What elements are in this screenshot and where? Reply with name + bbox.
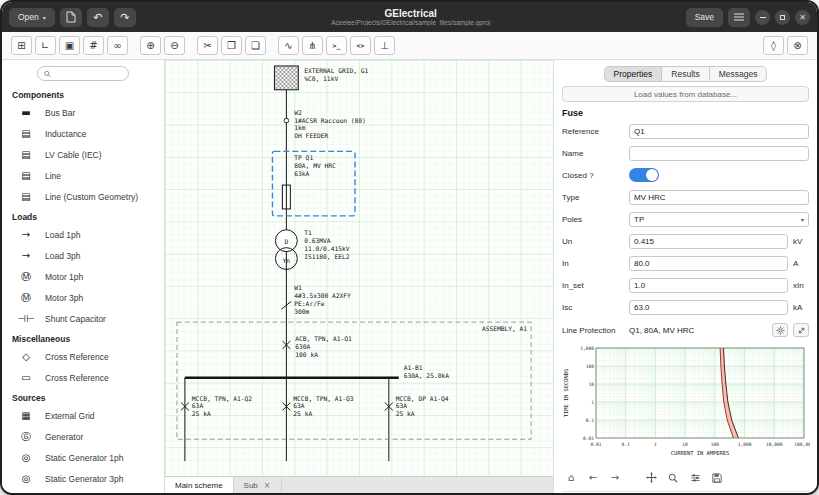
schematic-canvas[interactable]: ASSEMBLY, A1 EXTERNAL GRID, G1 %C0, 11kV… xyxy=(165,60,553,476)
svg-text:0.01: 0.01 xyxy=(590,442,601,447)
insert-reference-icon: # xyxy=(89,40,97,51)
schematic-viewport[interactable]: ASSEMBLY, A1 EXTERNAL GRID, G1 %C0, 11kV… xyxy=(165,60,553,476)
svg-text:1,000: 1,000 xyxy=(738,442,752,447)
un-input[interactable] xyxy=(629,234,788,249)
zoom-out-button[interactable]: ⊖ xyxy=(164,36,185,55)
search-icon xyxy=(44,70,51,78)
new-file-button[interactable] xyxy=(60,8,82,27)
assembly-label: ASSEMBLY, A1 xyxy=(482,325,527,332)
component-search-input[interactable] xyxy=(55,69,122,78)
chart-forward-button[interactable]: → xyxy=(608,471,622,484)
maximize-icon xyxy=(780,15,785,20)
field-label-poles: Poles xyxy=(562,215,624,224)
sidebar-item-inductance[interactable]: ▤Inductance xyxy=(2,123,164,144)
run-analysis-button[interactable]: ∿ xyxy=(278,36,299,55)
zoom-in-button[interactable]: ⊕ xyxy=(140,36,161,55)
close-view-button[interactable]: ⊗ xyxy=(787,36,808,55)
copy-button[interactable]: ❐ xyxy=(221,36,242,55)
sidebar-item-static-generator-1ph[interactable]: ◎Static Generator 1ph xyxy=(2,447,164,468)
network-model-button[interactable]: ⋔ xyxy=(302,36,323,55)
maximize-button[interactable] xyxy=(775,10,790,25)
sidebar-item-lv-cable[interactable]: ▤LV Cable (IEC) xyxy=(2,144,164,165)
mccb1-rating: 63A xyxy=(192,402,204,409)
w2-type: OH FEEDER xyxy=(294,132,328,139)
sidebar-item-label: Inductance xyxy=(45,129,87,139)
chart-pan-button[interactable] xyxy=(644,471,658,484)
insert-assembly-button[interactable]: ▣ xyxy=(59,36,80,55)
w1-label: W1 xyxy=(294,284,302,291)
pan-icon xyxy=(646,472,657,483)
program-code-button[interactable]: <> xyxy=(350,36,371,55)
acb-breaking-capacity: 100 kA xyxy=(295,351,318,358)
name-input[interactable] xyxy=(629,146,809,161)
tab-messages[interactable]: Messages xyxy=(709,66,768,82)
chevron-down-icon: ▾ xyxy=(801,216,804,223)
isc-input[interactable] xyxy=(629,300,788,315)
link-reference-button[interactable]: ∞ xyxy=(107,36,128,55)
open-button[interactable]: Open ▾ xyxy=(9,8,55,27)
type-input[interactable] xyxy=(629,190,809,205)
poles-select[interactable]: TP ▾ xyxy=(629,212,809,227)
tab-properties[interactable]: Properties xyxy=(604,66,663,82)
sidebar-item-load-3ph[interactable]: →Load 3ph xyxy=(2,245,164,266)
svg-text:1: 1 xyxy=(654,442,657,447)
chart-configure-button[interactable] xyxy=(688,471,702,484)
load-from-database-button[interactable]: Load values from database... xyxy=(562,86,809,102)
sidebar-item-load-1ph[interactable]: →Load 1ph xyxy=(2,224,164,245)
terminal-button[interactable]: >_ xyxy=(326,36,347,55)
undo-button[interactable]: ↶ xyxy=(87,8,109,27)
in-input[interactable] xyxy=(629,256,788,271)
sidebar-item-label: LV Cable (IEC) xyxy=(45,150,102,160)
sidebar-item-line-custom[interactable]: ▤Line (Custom Geometry) xyxy=(2,186,164,207)
sidebar-item-motor-3ph[interactable]: ⓂMotor 3ph xyxy=(2,287,164,308)
minimize-button[interactable] xyxy=(755,10,770,25)
closed-toggle[interactable] xyxy=(629,168,659,182)
svg-text:0.01: 0.01 xyxy=(583,436,594,441)
sidebar-item-cross-reference[interactable]: ◇Cross Reference xyxy=(2,346,164,367)
sidebar-item-shunt-capacitor[interactable]: ⊣⊢Shunt Capacitor xyxy=(2,308,164,329)
paste-button[interactable]: ❏ xyxy=(245,36,266,55)
close-button[interactable]: ✕ xyxy=(795,10,810,25)
arrow-left-icon: ← xyxy=(589,472,597,483)
chart-zoom-button[interactable] xyxy=(666,471,680,484)
sidebar-item-generator[interactable]: ⒼGenerator xyxy=(2,426,164,447)
chart-save-button[interactable] xyxy=(710,471,724,484)
insert-reference-button[interactable]: # xyxy=(83,36,104,55)
redo-button[interactable]: ↷ xyxy=(114,8,136,27)
titlebar-left: Open ▾ ↶ ↷ xyxy=(9,8,136,27)
panel-footer: Switch Disconnector ? xyxy=(562,489,809,493)
content-area: Components ▬Bus Bar ▤Inductance ▤LV Cabl… xyxy=(2,60,817,493)
floppy-save-icon xyxy=(712,473,722,483)
new-file-icon xyxy=(66,11,76,23)
in-set-input[interactable] xyxy=(629,278,788,293)
cut-button[interactable]: ✂ xyxy=(197,36,218,55)
field-row-name: Name xyxy=(562,144,809,162)
mccb3-rating: 63A xyxy=(396,402,408,409)
sidebar-item-motor-1ph[interactable]: ⓂMotor 1ph xyxy=(2,266,164,287)
window-subtitle: Aceelee/Projects/GElectrical/sample_file… xyxy=(331,19,490,26)
tab-sub[interactable]: Sub × xyxy=(234,477,282,493)
sidebar-item-external-grid[interactable]: ▦External Grid xyxy=(2,405,164,426)
sidebar-item-cross-reference-2[interactable]: ▭Cross Reference xyxy=(2,367,164,388)
protection-settings-button[interactable] xyxy=(772,323,788,337)
external-grid-label: EXTERNAL GRID, G1 xyxy=(304,67,368,74)
sidebar-item-static-generator-3ph[interactable]: ◎Static Generator 3ph xyxy=(2,468,164,489)
insert-component-button[interactable]: ⊞ xyxy=(11,36,32,55)
chart-home-button[interactable]: ⌂ xyxy=(564,471,578,484)
menu-button[interactable] xyxy=(728,8,750,27)
reference-input[interactable] xyxy=(629,124,809,139)
chart-back-button[interactable]: ← xyxy=(586,471,600,484)
clear-results-button[interactable]: ◊ xyxy=(763,36,784,55)
tab-main-scheme[interactable]: Main scheme xyxy=(165,477,234,493)
tab-results[interactable]: Results xyxy=(661,66,709,82)
protection-expand-button[interactable] xyxy=(793,323,809,337)
tab-close-icon[interactable]: × xyxy=(264,481,271,490)
sidebar-item-label: Generator xyxy=(45,432,83,442)
component-search[interactable] xyxy=(37,66,129,81)
protection-curve-chart[interactable]: 0.010.11101001,00010,000100,0001,0001001… xyxy=(562,344,809,466)
sidebar-item-line[interactable]: ▤Line xyxy=(2,165,164,186)
sidebar-item-bus-bar[interactable]: ▬Bus Bar xyxy=(2,102,164,123)
save-button[interactable]: Save xyxy=(686,8,723,27)
draw-wire-button[interactable]: ∟ xyxy=(35,36,56,55)
earth-probe-button[interactable]: ⊥ xyxy=(374,36,395,55)
